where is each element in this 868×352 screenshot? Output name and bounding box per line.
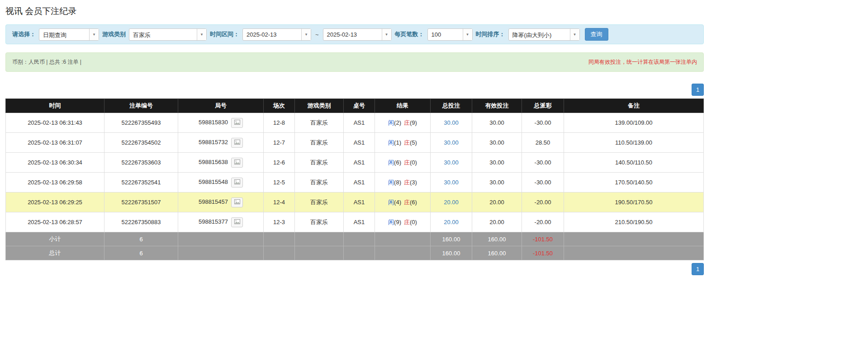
bet-id-cell: 522267352541 (104, 173, 178, 192)
round-cell: 598815732 (178, 133, 264, 153)
total-bet-link[interactable]: 30.00 (444, 159, 459, 166)
column-header: 有效投注 (472, 99, 522, 113)
valid-bet-cell: 20.00 (472, 192, 522, 212)
result-banker-value: (0) (410, 219, 417, 225)
remark-cell: 190.50/170.50 (564, 192, 704, 212)
total-bet-link[interactable]: 30.00 (444, 119, 459, 126)
chevron-down-icon[interactable]: ▾ (301, 29, 311, 40)
image-icon (234, 159, 240, 166)
total-total-bet: 160.00 (431, 246, 472, 260)
result-cell: 闲(6)庄(0) (375, 153, 431, 173)
pagination-top: 1 (5, 84, 704, 96)
payout-cell: -20.00 (522, 212, 564, 232)
result-banker-label: 庄 (404, 179, 410, 186)
round-image-button[interactable] (231, 197, 243, 207)
bet-id-cell: 522267354502 (104, 133, 178, 153)
round-image-button[interactable] (231, 178, 243, 188)
result-player-value: (9) (394, 219, 401, 225)
round-id: 598815377 (199, 218, 228, 225)
column-header: 时间 (6, 99, 104, 113)
total-bet-cell: 20.00 (431, 192, 472, 212)
result-banker-label: 庄 (404, 119, 410, 126)
total-bet-link[interactable]: 30.00 (444, 179, 459, 186)
result-cell: 闲(4)庄(6) (375, 192, 431, 212)
page-size-dropdown[interactable]: 100 ▾ (427, 28, 473, 41)
round-image-button[interactable] (231, 138, 243, 148)
query-type-dropdown[interactable]: 日期查询 ▾ (39, 28, 99, 41)
total-row: 总计6160.00160.00-101.50 (6, 246, 704, 260)
total-bet-cell: 30.00 (431, 153, 472, 173)
total-bet-cell: 30.00 (431, 113, 472, 133)
page-button-1[interactable]: 1 (692, 263, 704, 275)
round-id: 598815830 (199, 119, 228, 126)
chevron-down-icon[interactable]: ▾ (197, 29, 206, 40)
chevron-down-icon[interactable]: ▾ (89, 29, 99, 40)
subtotal-payout: -101.50 (522, 232, 564, 246)
empty-cell (564, 246, 704, 260)
valid-bet-cell: 30.00 (472, 133, 522, 153)
time-cell: 2025-02-13 06:29:25 (6, 192, 104, 212)
session-cell: 12-6 (264, 153, 295, 173)
payout-cell: -30.00 (522, 153, 564, 173)
table-no-cell: AS1 (344, 212, 375, 232)
chevron-down-icon[interactable]: ▾ (570, 29, 579, 40)
result-player-label: 闲 (388, 139, 394, 146)
note-text: 同局有效投注，统一计算在该局第一张注单内 (588, 58, 697, 66)
bet-id-cell: 522267351507 (104, 192, 178, 212)
subtotal-label: 小计 (6, 232, 104, 246)
round-image-button[interactable] (231, 118, 243, 128)
valid-bet-cell: 20.00 (472, 212, 522, 232)
result-banker-value: (9) (410, 119, 417, 126)
result-banker-label: 庄 (404, 219, 410, 225)
chevron-down-icon[interactable]: ▾ (463, 29, 472, 40)
result-player-label: 闲 (388, 119, 394, 126)
round-cell: 598815377 (178, 212, 264, 232)
time-cell: 2025-02-13 06:30:34 (6, 153, 104, 173)
remark-cell: 140.50/110.50 (564, 153, 704, 173)
date-from-dropdown[interactable]: 2025-02-13 ▾ (242, 28, 311, 41)
total-bet-link[interactable]: 20.00 (444, 219, 459, 225)
total-bet-link[interactable]: 20.00 (444, 199, 459, 206)
table-no-cell: AS1 (344, 133, 375, 153)
game-type-cell: 百家乐 (295, 212, 344, 232)
game-type-cell: 百家乐 (295, 153, 344, 173)
result-player-value: (6) (394, 159, 401, 166)
result-player-label: 闲 (388, 199, 394, 206)
session-cell: 12-7 (264, 133, 295, 153)
game-type-cell: 百家乐 (295, 113, 344, 133)
table-header-row: 时间注单编号局号场次游戏类别桌号结果总投注有效投注总派彩备注 (6, 99, 704, 113)
column-header: 备注 (564, 99, 704, 113)
bets-table: 时间注单编号局号场次游戏类别桌号结果总投注有效投注总派彩备注 2025-02-1… (5, 99, 704, 260)
empty-cell (295, 246, 344, 260)
table-no-cell: AS1 (344, 153, 375, 173)
subtotal-total-bet: 160.00 (431, 232, 472, 246)
round-image-button[interactable] (231, 158, 243, 168)
result-cell: 闲(1)庄(5) (375, 133, 431, 153)
bet-id-cell: 522267350883 (104, 212, 178, 232)
total-bet-link[interactable]: 30.00 (444, 139, 459, 146)
empty-cell (295, 232, 344, 246)
column-header: 场次 (264, 99, 295, 113)
time-cell: 2025-02-13 06:29:58 (6, 173, 104, 192)
page-button-1[interactable]: 1 (692, 84, 704, 96)
round-image-button[interactable] (231, 217, 243, 227)
game-type-dropdown[interactable]: 百家乐 ▾ (129, 28, 207, 41)
empty-cell (264, 246, 295, 260)
payout-cell: -20.00 (522, 192, 564, 212)
bet-id-cell: 522267355493 (104, 113, 178, 133)
sort-order-label: 时间排序： (476, 30, 505, 38)
search-button[interactable]: 查询 (585, 28, 608, 41)
summary-bar: 币别：人民币 | 总共 :6 注单 | 同局有效投注，统一计算在该局第一张注单内 (5, 52, 704, 72)
total-bet-cell: 30.00 (431, 133, 472, 153)
column-header: 游戏类别 (295, 99, 344, 113)
game-type-value: 百家乐 (129, 29, 197, 40)
subtotal-valid-bet: 160.00 (472, 232, 522, 246)
empty-cell (264, 232, 295, 246)
sort-order-dropdown[interactable]: 降幂(由大到小) ▾ (508, 28, 580, 41)
result-player-value: (4) (394, 199, 401, 206)
session-cell: 12-3 (264, 212, 295, 232)
game-type-cell: 百家乐 (295, 192, 344, 212)
query-type-label: 请选择： (12, 30, 36, 38)
chevron-down-icon[interactable]: ▾ (382, 29, 391, 40)
date-to-dropdown[interactable]: 2025-02-13 ▾ (323, 28, 392, 41)
